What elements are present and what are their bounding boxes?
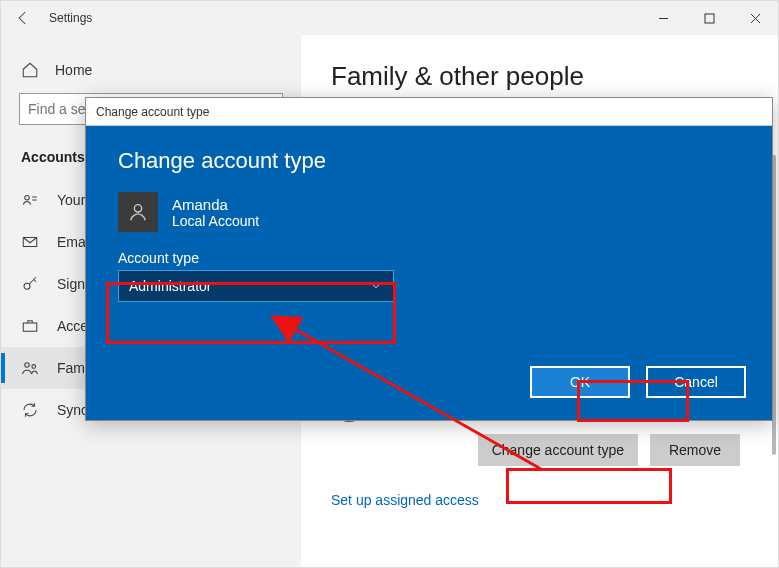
arrow-left-icon bbox=[14, 9, 32, 27]
nav-home[interactable]: Home bbox=[1, 53, 301, 93]
nav-home-label: Home bbox=[55, 62, 92, 78]
window-title: Settings bbox=[49, 11, 92, 25]
page-title: Family & other people bbox=[331, 61, 748, 92]
maximize-button[interactable] bbox=[686, 1, 732, 35]
remove-button[interactable]: Remove bbox=[650, 434, 740, 466]
change-account-type-button[interactable]: Change account type bbox=[478, 434, 638, 466]
minimize-button[interactable] bbox=[640, 1, 686, 35]
briefcase-icon bbox=[21, 317, 39, 335]
person-icon bbox=[127, 201, 149, 223]
svg-point-10 bbox=[25, 363, 30, 368]
account-type-label: Account type bbox=[118, 250, 740, 266]
change-account-type-dialog: Change account type Change account type … bbox=[85, 97, 773, 421]
maximize-icon bbox=[704, 13, 715, 24]
dialog-heading: Change account type bbox=[118, 148, 740, 174]
key-icon bbox=[21, 275, 39, 293]
close-button[interactable] bbox=[732, 1, 778, 35]
dialog-user-type: Local Account bbox=[172, 213, 259, 229]
dialog-ok-button[interactable]: OK bbox=[530, 366, 630, 398]
svg-point-11 bbox=[32, 365, 36, 369]
person-card-icon bbox=[21, 191, 39, 209]
svg-point-13 bbox=[134, 205, 141, 212]
svg-point-8 bbox=[24, 283, 30, 289]
minimize-icon bbox=[658, 13, 669, 24]
svg-rect-1 bbox=[705, 14, 714, 23]
svg-point-4 bbox=[25, 196, 30, 201]
svg-rect-9 bbox=[23, 323, 37, 331]
account-type-selected: Administrator bbox=[129, 278, 211, 294]
dialog-user-name: Amanda bbox=[172, 196, 259, 213]
close-icon bbox=[750, 13, 761, 24]
window-titlebar: Settings bbox=[1, 1, 778, 35]
dialog-avatar bbox=[118, 192, 158, 232]
sync-icon bbox=[21, 401, 39, 419]
assigned-access-link[interactable]: Set up assigned access bbox=[331, 492, 479, 508]
chevron-down-icon bbox=[369, 279, 383, 293]
account-type-select[interactable]: Administrator bbox=[118, 270, 394, 302]
dialog-titlebar: Change account type bbox=[86, 98, 772, 126]
back-button[interactable] bbox=[11, 6, 35, 30]
people-icon bbox=[21, 359, 39, 377]
mail-icon bbox=[21, 233, 39, 251]
home-icon bbox=[21, 61, 39, 79]
dialog-cancel-button[interactable]: Cancel bbox=[646, 366, 746, 398]
